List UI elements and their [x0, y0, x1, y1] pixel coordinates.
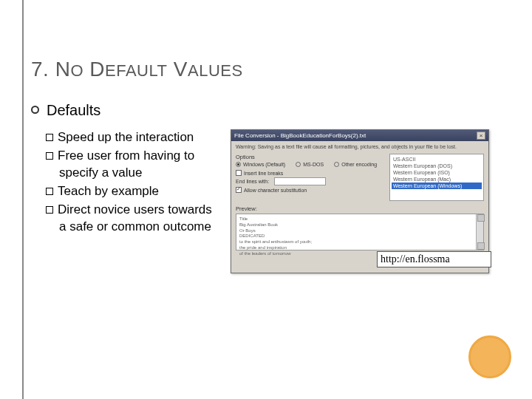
end-lines-row: End lines with:	[236, 177, 385, 185]
radio-other-encoding[interactable]: Other encoding	[334, 162, 377, 167]
left-rule	[22, 0, 24, 399]
screenshot-figure: File Conversion - BigBookEducationForBoy…	[231, 129, 497, 273]
list-item: Teach by example	[46, 183, 216, 200]
main-bullet-label: Defaults	[47, 102, 100, 119]
encoding-option[interactable]: US-ASCII	[392, 156, 482, 163]
preview-text: Title Big Australian Book Or Boys DEDICA…	[236, 214, 476, 250]
list-item: Free user from having to specify a value	[46, 148, 216, 182]
checkbox-icon	[46, 152, 53, 160]
end-lines-select[interactable]	[274, 177, 326, 185]
accent-circle	[468, 335, 511, 378]
url-overlay: http://en.flossma	[377, 251, 491, 267]
list-item: Speed up the interaction	[46, 129, 216, 146]
checkbox-icon	[236, 170, 242, 176]
scrollbar[interactable]	[476, 214, 483, 250]
checkbox-icon	[46, 206, 53, 214]
url-text: http://en.flossma	[381, 253, 450, 265]
radio-windows-default[interactable]: Windows (Default)	[236, 162, 285, 167]
dialog-warning: Warning: Saving as a text file will caus…	[231, 141, 488, 152]
encoding-option[interactable]: Western European (DOS)	[392, 163, 482, 169]
encoding-option[interactable]: Western European (Windows)	[392, 183, 482, 189]
options-label: Options	[236, 154, 385, 160]
dialog-title-text: File Conversion - BigBookEducationForBoy…	[234, 132, 366, 139]
checkbox-icon	[46, 134, 53, 141]
dialog-titlebar: File Conversion - BigBookEducationForBoy…	[231, 130, 488, 141]
bullet-icon	[31, 106, 39, 114]
checkbox-icon	[236, 187, 242, 193]
encoding-radio-group: Windows (Default) MS-DOS Other encoding	[236, 162, 385, 167]
bullet-list: Speed up the interaction Free user from …	[31, 129, 216, 273]
encoding-listbox[interactable]: US-ASCII Western European (DOS) Western …	[389, 154, 484, 201]
radio-icon	[236, 162, 241, 167]
preview-box: Title Big Australian Book Or Boys DEDICA…	[236, 214, 484, 250]
list-item: Direct novice users towards a safe or co…	[46, 202, 216, 236]
radio-icon	[296, 162, 301, 167]
preview-label: Preview:	[236, 205, 484, 212]
allow-char-sub-check[interactable]: Allow character substitution	[236, 187, 385, 193]
insert-line-breaks-check[interactable]: Insert line breaks	[236, 170, 385, 176]
checkbox-icon	[46, 188, 53, 195]
radio-msdos[interactable]: MS-DOS	[296, 162, 324, 167]
radio-icon	[334, 162, 339, 167]
encoding-option[interactable]: Western European (ISO)	[392, 169, 482, 176]
close-icon[interactable]: ×	[477, 132, 485, 140]
slide-title: 7. NO DEFAULT VALUES	[31, 58, 510, 81]
slide-content: 7. NO DEFAULT VALUES Defaults Speed up t…	[31, 58, 510, 273]
main-bullet: Defaults	[31, 102, 510, 119]
encoding-option[interactable]: Western European (Mac)	[392, 176, 482, 183]
